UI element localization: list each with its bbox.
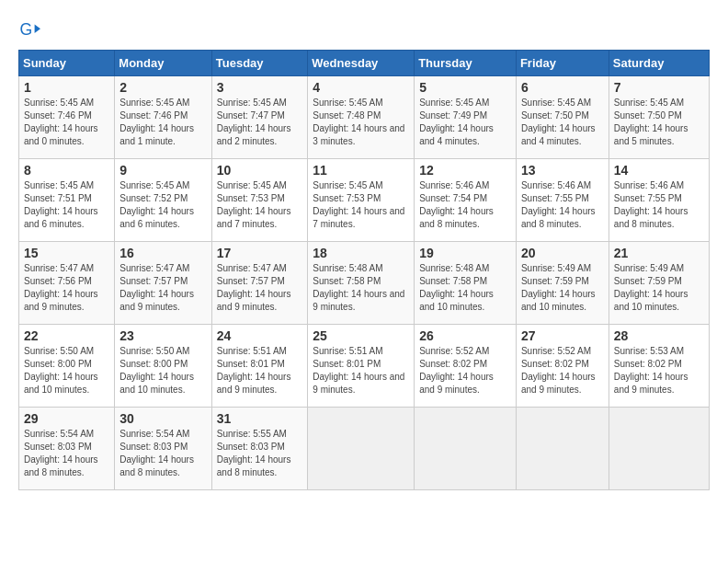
day-number: 7 <box>614 80 704 95</box>
calendar-cell: 10 Sunrise: 5:45 AMSunset: 7:53 PMDaylig… <box>211 159 308 242</box>
calendar-header-row: SundayMondayTuesdayWednesdayThursdayFrid… <box>19 51 710 76</box>
day-number: 13 <box>521 163 604 178</box>
day-number: 15 <box>24 246 109 260</box>
day-number: 29 <box>24 411 109 426</box>
calendar-cell: 26 Sunrise: 5:52 AMSunset: 8:02 PMDaylig… <box>415 325 517 408</box>
day-detail: Sunrise: 5:45 AMSunset: 7:50 PMDaylight:… <box>614 98 688 146</box>
day-of-week-header: Saturday <box>609 51 709 76</box>
day-number: 24 <box>217 328 303 343</box>
day-of-week-header: Sunday <box>19 51 115 76</box>
calendar-cell: 6 Sunrise: 5:45 AMSunset: 7:50 PMDayligh… <box>516 76 609 159</box>
day-detail: Sunrise: 5:50 AMSunset: 8:00 PMDaylight:… <box>119 346 194 395</box>
day-detail: Sunrise: 5:45 AMSunset: 7:48 PMDaylight:… <box>313 98 404 146</box>
calendar-cell: 28 Sunrise: 5:53 AMSunset: 8:02 PMDaylig… <box>609 325 709 408</box>
day-detail: Sunrise: 5:54 AMSunset: 8:03 PMDaylight:… <box>119 429 194 477</box>
calendar-cell: 16 Sunrise: 5:47 AMSunset: 7:57 PMDaylig… <box>115 242 212 325</box>
calendar-cell: 14 Sunrise: 5:46 AMSunset: 7:55 PMDaylig… <box>609 159 709 242</box>
calendar-cell: 1 Sunrise: 5:45 AMSunset: 7:46 PMDayligh… <box>19 76 115 159</box>
calendar-cell: 24 Sunrise: 5:51 AMSunset: 8:01 PMDaylig… <box>211 325 308 408</box>
day-detail: Sunrise: 5:52 AMSunset: 8:02 PMDaylight:… <box>521 346 596 395</box>
day-number: 9 <box>119 163 207 178</box>
calendar-cell: 25 Sunrise: 5:51 AMSunset: 8:01 PMDaylig… <box>308 325 415 408</box>
day-number: 5 <box>419 80 511 95</box>
day-of-week-header: Thursday <box>415 51 517 76</box>
calendar-cell <box>308 408 415 490</box>
day-detail: Sunrise: 5:49 AMSunset: 7:59 PMDaylight:… <box>521 263 596 312</box>
day-number: 27 <box>521 328 604 343</box>
calendar-body: 1 Sunrise: 5:45 AMSunset: 7:46 PMDayligh… <box>19 76 710 490</box>
calendar-cell: 22 Sunrise: 5:50 AMSunset: 8:00 PMDaylig… <box>19 325 115 408</box>
calendar-cell: 8 Sunrise: 5:45 AMSunset: 7:51 PMDayligh… <box>19 159 115 242</box>
day-detail: Sunrise: 5:45 AMSunset: 7:53 PMDaylight:… <box>217 180 291 229</box>
calendar-cell: 3 Sunrise: 5:45 AMSunset: 7:47 PMDayligh… <box>211 76 308 159</box>
day-number: 8 <box>24 163 109 178</box>
day-detail: Sunrise: 5:49 AMSunset: 7:59 PMDaylight:… <box>614 263 688 312</box>
calendar-cell: 29 Sunrise: 5:54 AMSunset: 8:03 PMDaylig… <box>19 408 115 490</box>
calendar-cell: 4 Sunrise: 5:45 AMSunset: 7:48 PMDayligh… <box>308 76 415 159</box>
calendar-cell: 23 Sunrise: 5:50 AMSunset: 8:00 PMDaylig… <box>115 325 212 408</box>
day-number: 11 <box>313 163 409 178</box>
svg-text:G: G <box>20 20 33 39</box>
day-number: 26 <box>419 328 511 343</box>
day-number: 12 <box>419 163 511 178</box>
day-of-week-header: Wednesday <box>308 51 415 76</box>
calendar-cell: 18 Sunrise: 5:48 AMSunset: 7:58 PMDaylig… <box>308 242 415 325</box>
day-detail: Sunrise: 5:46 AMSunset: 7:54 PMDaylight:… <box>419 180 494 229</box>
day-detail: Sunrise: 5:50 AMSunset: 8:00 PMDaylight:… <box>24 346 98 395</box>
calendar-cell: 31 Sunrise: 5:55 AMSunset: 8:03 PMDaylig… <box>211 408 308 490</box>
calendar-cell: 11 Sunrise: 5:45 AMSunset: 7:53 PMDaylig… <box>308 159 415 242</box>
calendar-week-row: 22 Sunrise: 5:50 AMSunset: 8:00 PMDaylig… <box>19 325 710 408</box>
calendar-cell <box>415 408 517 490</box>
calendar-cell: 15 Sunrise: 5:47 AMSunset: 7:56 PMDaylig… <box>19 242 115 325</box>
calendar-cell: 17 Sunrise: 5:47 AMSunset: 7:57 PMDaylig… <box>211 242 308 325</box>
day-detail: Sunrise: 5:52 AMSunset: 8:02 PMDaylight:… <box>419 346 494 395</box>
calendar-table: SundayMondayTuesdayWednesdayThursdayFrid… <box>18 50 710 490</box>
day-number: 16 <box>119 246 207 260</box>
logo-icon: G <box>18 18 40 40</box>
day-number: 1 <box>24 80 109 95</box>
day-number: 3 <box>217 80 303 95</box>
calendar-cell: 2 Sunrise: 5:45 AMSunset: 7:46 PMDayligh… <box>115 76 212 159</box>
day-number: 30 <box>119 411 207 426</box>
calendar-cell: 13 Sunrise: 5:46 AMSunset: 7:55 PMDaylig… <box>516 159 609 242</box>
day-number: 17 <box>217 246 303 260</box>
calendar-week-row: 8 Sunrise: 5:45 AMSunset: 7:51 PMDayligh… <box>19 159 710 242</box>
day-detail: Sunrise: 5:48 AMSunset: 7:58 PMDaylight:… <box>313 263 404 312</box>
calendar-cell: 21 Sunrise: 5:49 AMSunset: 7:59 PMDaylig… <box>609 242 709 325</box>
calendar-cell: 9 Sunrise: 5:45 AMSunset: 7:52 PMDayligh… <box>115 159 212 242</box>
day-of-week-header: Tuesday <box>211 51 308 76</box>
day-number: 21 <box>614 246 704 260</box>
calendar-cell <box>609 408 709 490</box>
day-number: 22 <box>24 328 109 343</box>
day-number: 2 <box>119 80 207 95</box>
day-number: 20 <box>521 246 604 260</box>
calendar-cell: 7 Sunrise: 5:45 AMSunset: 7:50 PMDayligh… <box>609 76 709 159</box>
day-detail: Sunrise: 5:47 AMSunset: 7:57 PMDaylight:… <box>119 263 194 312</box>
day-detail: Sunrise: 5:55 AMSunset: 8:03 PMDaylight:… <box>217 429 291 477</box>
day-detail: Sunrise: 5:45 AMSunset: 7:50 PMDaylight:… <box>521 98 596 146</box>
day-detail: Sunrise: 5:51 AMSunset: 8:01 PMDaylight:… <box>217 346 291 395</box>
calendar-cell: 19 Sunrise: 5:48 AMSunset: 7:58 PMDaylig… <box>415 242 517 325</box>
day-detail: Sunrise: 5:48 AMSunset: 7:58 PMDaylight:… <box>419 263 494 312</box>
day-number: 28 <box>614 328 704 343</box>
page-header: G <box>18 18 710 40</box>
calendar-cell: 12 Sunrise: 5:46 AMSunset: 7:54 PMDaylig… <box>415 159 517 242</box>
calendar-cell: 5 Sunrise: 5:45 AMSunset: 7:49 PMDayligh… <box>415 76 517 159</box>
day-number: 25 <box>313 328 409 343</box>
day-detail: Sunrise: 5:46 AMSunset: 7:55 PMDaylight:… <box>521 180 596 229</box>
day-detail: Sunrise: 5:45 AMSunset: 7:46 PMDaylight:… <box>24 98 98 146</box>
day-detail: Sunrise: 5:45 AMSunset: 7:53 PMDaylight:… <box>313 180 404 229</box>
day-detail: Sunrise: 5:47 AMSunset: 7:56 PMDaylight:… <box>24 263 98 312</box>
day-detail: Sunrise: 5:47 AMSunset: 7:57 PMDaylight:… <box>217 263 291 312</box>
day-number: 18 <box>313 246 409 260</box>
day-detail: Sunrise: 5:46 AMSunset: 7:55 PMDaylight:… <box>614 180 688 229</box>
day-number: 14 <box>614 163 704 178</box>
calendar-week-row: 15 Sunrise: 5:47 AMSunset: 7:56 PMDaylig… <box>19 242 710 325</box>
day-number: 23 <box>119 328 207 343</box>
day-detail: Sunrise: 5:45 AMSunset: 7:51 PMDaylight:… <box>24 180 98 229</box>
svg-marker-1 <box>35 24 40 33</box>
day-detail: Sunrise: 5:53 AMSunset: 8:02 PMDaylight:… <box>614 346 688 395</box>
day-detail: Sunrise: 5:45 AMSunset: 7:52 PMDaylight:… <box>119 180 194 229</box>
day-detail: Sunrise: 5:54 AMSunset: 8:03 PMDaylight:… <box>24 429 98 477</box>
day-of-week-header: Monday <box>115 51 212 76</box>
